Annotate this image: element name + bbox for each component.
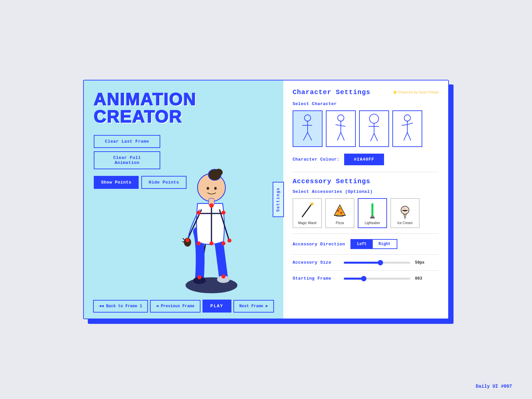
character-settings-title: Character Settings xyxy=(293,88,370,96)
main-container: ANIMATION CREATOR Clear Last Frame Clear… xyxy=(83,80,449,319)
clear-last-frame-button[interactable]: Clear Last Frame xyxy=(94,135,160,148)
accessory-size-label: Accessory Size xyxy=(293,260,339,265)
accessory-magic-wand[interactable]: Magic Wand xyxy=(293,198,322,228)
svg-point-60 xyxy=(403,207,405,209)
svg-point-24 xyxy=(197,241,201,245)
bottom-navigation: ◄◄ Back to Frame 1 ◄ Previous Frame PLAY… xyxy=(84,300,283,313)
previous-frame-button[interactable]: ◄ Previous Frame xyxy=(150,300,200,313)
starting-frame-row: Starting Frame 003 xyxy=(293,276,439,281)
character-colour-row: Character Colour: #2A40FF xyxy=(293,154,439,165)
svg-point-11 xyxy=(214,187,216,190)
svg-line-49 xyxy=(302,204,312,217)
svg-line-36 xyxy=(337,132,341,140)
accessory-pizza[interactable]: Pizza xyxy=(325,198,354,228)
svg-line-41 xyxy=(370,133,374,141)
colour-input[interactable]: #2A40FF xyxy=(344,154,384,165)
app-title: ANIMATION CREATOR xyxy=(94,90,273,125)
starting-frame-label: Starting Frame xyxy=(293,276,339,281)
show-points-button[interactable]: Show Points xyxy=(94,176,139,189)
accessory-name-pizza: Pizza xyxy=(336,221,344,225)
accessory-ice-cream[interactable]: Ice Cream xyxy=(390,198,420,228)
svg-point-18 xyxy=(209,203,213,207)
svg-point-9 xyxy=(215,169,223,176)
starting-frame-slider[interactable] xyxy=(344,278,410,280)
settings-tab[interactable]: Settings xyxy=(273,182,284,217)
character-area xyxy=(165,136,258,295)
direction-toggle: Left Right xyxy=(350,239,397,249)
svg-point-19 xyxy=(197,211,201,215)
accessory-name-ice-cream: Ice Cream xyxy=(397,221,413,225)
accessory-grid: Magic Wand Pizza xyxy=(293,198,439,228)
svg-point-38 xyxy=(369,114,378,123)
daily-credit: Daily UI #007 xyxy=(476,384,512,389)
svg-point-20 xyxy=(221,211,225,215)
clear-full-animation-button[interactable]: Clear Full Animation xyxy=(94,151,160,169)
select-character-label: Select Character xyxy=(293,101,439,106)
powered-by-label: ⭐ Powered by Open Peeps xyxy=(393,90,439,94)
character-card-3[interactable] xyxy=(359,110,389,147)
accessory-size-value: 50px xyxy=(415,260,428,265)
svg-line-45 xyxy=(402,124,407,125)
svg-point-22 xyxy=(227,239,231,243)
svg-rect-58 xyxy=(370,217,375,218)
svg-line-31 xyxy=(303,132,308,140)
colour-label: Character Colour: xyxy=(293,157,339,162)
svg-point-10 xyxy=(207,187,209,190)
direction-right-button[interactable]: Right xyxy=(373,240,397,248)
character-illustration xyxy=(165,136,258,295)
left-panel: ANIMATION CREATOR Clear Last Frame Clear… xyxy=(84,80,283,319)
accessory-size-row: Accessory Size 50px xyxy=(293,260,439,265)
svg-point-28 xyxy=(305,115,311,121)
accessory-settings-title: Accessory Settings xyxy=(293,178,439,185)
svg-rect-56 xyxy=(371,203,373,216)
back-to-frame-button[interactable]: ◄◄ Back to Frame 1 xyxy=(93,300,148,313)
right-panel: Character Settings ⭐ Powered by Open Pee… xyxy=(283,80,448,319)
svg-line-32 xyxy=(308,132,312,140)
svg-point-26 xyxy=(198,275,201,279)
divider-1 xyxy=(293,172,439,172)
character-grid xyxy=(293,110,439,147)
svg-line-47 xyxy=(404,132,407,140)
accessory-size-slider[interactable] xyxy=(344,262,410,264)
svg-point-55 xyxy=(339,208,340,209)
next-frame-button[interactable]: Next Frame ► xyxy=(233,300,274,313)
direction-left-button[interactable]: Left xyxy=(351,240,373,248)
divider-4 xyxy=(293,270,439,271)
divider-2 xyxy=(293,233,439,234)
right-panel-header: Character Settings ⭐ Powered by Open Pee… xyxy=(293,88,439,96)
svg-point-43 xyxy=(404,115,411,121)
svg-line-35 xyxy=(335,124,345,126)
svg-point-25 xyxy=(221,241,225,245)
starting-frame-value: 003 xyxy=(415,276,428,281)
play-button[interactable]: PLAY xyxy=(202,300,231,313)
character-card-1[interactable] xyxy=(293,110,323,147)
accessory-direction-label: Accessory Direction xyxy=(293,242,345,247)
svg-line-42 xyxy=(374,133,378,141)
svg-point-21 xyxy=(186,238,190,242)
character-card-4[interactable] xyxy=(392,110,422,147)
svg-line-48 xyxy=(407,132,411,140)
accessory-lightsaber[interactable]: Lightsaber xyxy=(358,198,387,228)
accessory-name-lightsaber: Lightsaber xyxy=(365,221,380,225)
character-card-2[interactable] xyxy=(326,110,356,147)
svg-point-23 xyxy=(209,241,213,245)
svg-point-54 xyxy=(340,212,342,214)
svg-line-37 xyxy=(341,132,344,140)
select-accessories-label: Select Accessories (Optional) xyxy=(293,189,439,194)
svg-point-33 xyxy=(338,115,344,121)
svg-line-46 xyxy=(407,123,413,124)
svg-point-53 xyxy=(337,210,339,212)
svg-point-27 xyxy=(221,275,225,279)
divider-3 xyxy=(293,254,439,255)
accessory-direction-row: Accessory Direction Left Right xyxy=(293,239,439,249)
star-icon: ⭐ xyxy=(393,90,397,94)
accessory-name-wand: Magic Wand xyxy=(298,221,316,225)
